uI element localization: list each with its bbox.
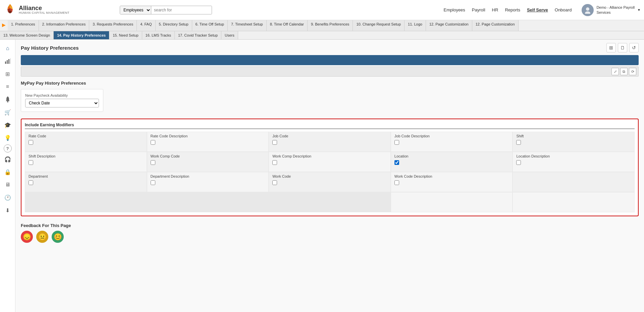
checkbox-work-code-desc[interactable] [394, 180, 399, 185]
checkbox-location-desc[interactable] [516, 160, 521, 165]
feedback-bad-btn[interactable]: 😞 [21, 231, 33, 243]
mod-work-comp-code: Work Comp Code [147, 152, 269, 172]
tab-6-timeoff[interactable]: 6. Time Off Setup [192, 20, 228, 31]
nav-reports[interactable]: Reports [505, 7, 520, 12]
tab-bar-row2: 13. Welcome Screen Design 14. Pay Histor… [0, 31, 644, 40]
layout: ⌂ ⊞ ≡ 🛒 🎓 💡 ? 🎧 🔒 🖥 🕐 ⬇ Pay History Pref… [0, 40, 644, 312]
employee-search-dropdown[interactable]: Employees [120, 6, 151, 14]
expand-btn[interactable]: ⤢ [611, 68, 619, 75]
earning-box-title: Include Earning Modifiers [25, 123, 635, 129]
checkbox-work-comp-code[interactable] [151, 160, 155, 165]
feedback-title: Feedback For This Page [21, 223, 639, 228]
sidebar-monitor-icon[interactable]: 🖥 [2, 179, 14, 191]
sidebar-bulb-icon[interactable]: 💡 [2, 132, 14, 144]
tab-15-need[interactable]: 15. Need Setup [109, 31, 142, 39]
main-nav: Employees Payroll HR Reports Self Serve … [444, 7, 572, 12]
mod-location: Location [391, 152, 513, 172]
checkbox-dept-desc[interactable] [151, 180, 155, 185]
tab-16-lms[interactable]: 16. LMS Tracks [142, 31, 175, 39]
nav-selfserve[interactable]: Self Serve [527, 7, 548, 12]
tab-14-payhistory[interactable]: 14. Pay History Preferences [54, 31, 109, 39]
user-dropdown-icon[interactable]: ▼ [637, 8, 641, 12]
nav-onboard[interactable]: Onboard [555, 7, 572, 12]
logo-sub: Human Capital Management [19, 11, 69, 15]
checkbox-shift-desc[interactable] [29, 160, 33, 165]
tab-12-page2[interactable]: 12. Page Customization [472, 20, 519, 31]
bar-tools: ⤢ ⧉ ⟳ [21, 66, 639, 77]
sidebar-chart-icon[interactable] [2, 55, 14, 67]
earning-modifiers-box: Include Earning Modifiers Rate Code Rate… [21, 119, 639, 216]
mod-job-code-desc: Job Code Description [391, 132, 513, 152]
tab-17-covid[interactable]: 17. Covid Tracker Setup [175, 31, 221, 39]
history-btn[interactable]: ↺ [629, 43, 639, 52]
svg-rect-11 [8, 59, 9, 64]
page-title-row: Pay History Preferences ⊞ 🗋 ↺ [21, 43, 639, 52]
feedback-section: Feedback For This Page 😞 😐 😊 [21, 223, 639, 243]
checkbox-job-code-desc[interactable] [394, 140, 399, 145]
checkbox-location[interactable] [394, 160, 399, 165]
tab-expand-icon[interactable]: ▶ [0, 20, 8, 30]
sidebar-list-icon[interactable]: ≡ [2, 81, 14, 93]
tab-bar-row1: ▶ 1. Preferences 2. Information Preferen… [0, 20, 644, 31]
checkbox-rate-code-desc[interactable] [151, 140, 155, 145]
refresh-btn[interactable]: ⟳ [629, 68, 636, 75]
mod-dept-desc: Department Description [147, 172, 269, 192]
sidebar-question-icon[interactable]: ? [4, 144, 12, 152]
feedback-neutral-btn[interactable]: 😐 [36, 231, 48, 243]
user-company: Services [596, 10, 635, 15]
sidebar-grid-icon[interactable]: ⊞ [2, 68, 14, 80]
tab-10-change[interactable]: 10. Change Request Setup [353, 20, 405, 31]
sidebar-home-icon[interactable]: ⌂ [2, 42, 14, 54]
checkbox-shift[interactable] [516, 140, 521, 145]
logo-area: Alliance Human Capital Management [3, 3, 69, 17]
mod-empty [513, 172, 635, 192]
tab-7-timesheet[interactable]: 7. Timesheet Setup [228, 20, 267, 31]
mod-empty-3 [269, 192, 391, 212]
paycheck-label: New Paycheck Availability [25, 93, 99, 97]
svg-rect-9 [5, 61, 6, 64]
user-area: Demo - Alliance Payroll Services ▼ [582, 4, 641, 16]
checkbox-rate-code[interactable] [29, 140, 33, 145]
tab-9-benefits[interactable]: 9. Benefits Preferences [308, 20, 353, 31]
checkbox-work-comp-desc[interactable] [272, 160, 277, 165]
sidebar-download-icon[interactable]: ⬇ [2, 204, 14, 216]
checkbox-department[interactable] [29, 180, 33, 185]
tab-5-directory[interactable]: 5. Directory Setup [156, 20, 192, 31]
logo-icon [3, 3, 17, 17]
tab-1-preferences[interactable]: 1. Preferences [8, 20, 39, 31]
svg-point-13 [7, 101, 8, 102]
sidebar: ⌂ ⊞ ≡ 🛒 🎓 💡 ? 🎧 🔒 🖥 🕐 ⬇ [0, 40, 15, 312]
sidebar-bell-icon[interactable] [2, 93, 14, 105]
doc-view-btn[interactable]: 🗋 [618, 43, 627, 52]
nav-hr[interactable]: HR [492, 7, 498, 12]
search-input[interactable] [151, 6, 212, 14]
sidebar-graduation-icon[interactable]: 🎓 [2, 119, 14, 131]
tab-4-faq[interactable]: 4. FAQ [137, 20, 155, 31]
paycheck-dropdown[interactable]: Check Date Pay Period End Date Process D… [25, 99, 99, 107]
tab-8-calendar[interactable]: 8. Time Off Calendar [267, 20, 308, 31]
checkbox-job-code[interactable] [272, 140, 277, 145]
mod-empty-1 [25, 192, 147, 212]
checkbox-work-code[interactable] [272, 180, 277, 185]
sidebar-cart-icon[interactable]: 🛒 [2, 106, 14, 118]
sidebar-headset-icon[interactable]: 🎧 [2, 153, 14, 165]
mod-rate-code-desc: Rate Code Description [147, 132, 269, 152]
nav-employees[interactable]: Employees [444, 7, 465, 12]
grid-view-btn[interactable]: ⊞ [606, 43, 616, 52]
tab-12-page1[interactable]: 12. Page Customization [426, 20, 472, 31]
mod-work-comp-desc: Work Comp Description [269, 152, 391, 172]
tab-2-info[interactable]: 2. Information Preferences [39, 20, 90, 31]
tab-11-logo[interactable]: 11. Logo [405, 20, 426, 31]
tab-13-welcome[interactable]: 13. Welcome Screen Design [0, 31, 54, 39]
sidebar-clock-icon[interactable]: 🕐 [2, 191, 14, 204]
tab-3-requests[interactable]: 3. Requests Preferences [89, 20, 137, 31]
mod-department: Department [25, 172, 147, 192]
nav-payroll[interactable]: Payroll [472, 7, 485, 12]
tab-users[interactable]: Users [221, 31, 238, 39]
mod-work-code-desc: Work Code Description [391, 172, 513, 192]
sidebar-lock-icon[interactable]: 🔒 [2, 166, 14, 178]
feedback-good-btn[interactable]: 😊 [52, 231, 64, 243]
copy-btn[interactable]: ⧉ [620, 68, 628, 75]
svg-point-7 [586, 7, 589, 11]
mypay-section: MyPay Pay History Preferences New Payche… [21, 81, 639, 112]
